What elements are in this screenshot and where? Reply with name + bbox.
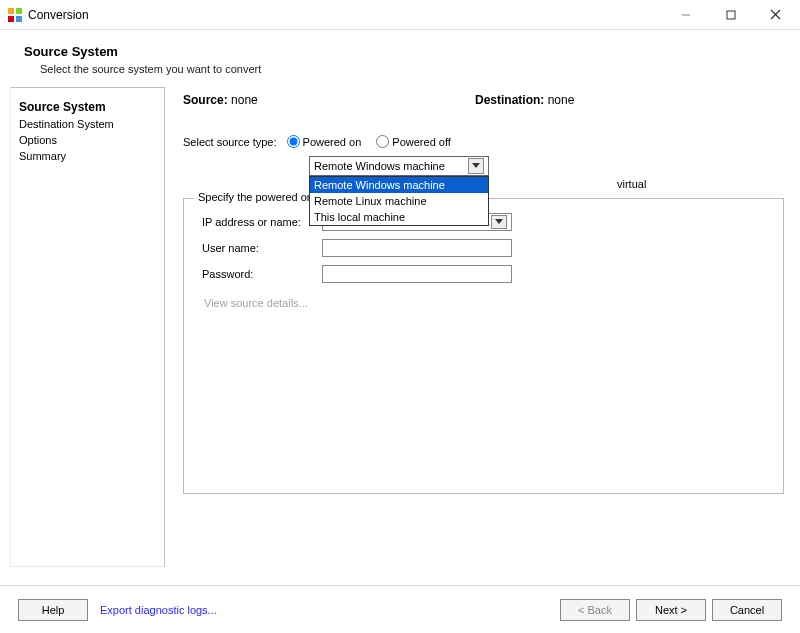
chevron-down-icon: [468, 158, 484, 174]
radio-powered-on[interactable]: [287, 135, 300, 148]
obscured-text: virtual: [617, 178, 646, 190]
source-type-label: Select source type:: [183, 136, 277, 148]
source-type-row: Select source type: Powered on Powered o…: [183, 135, 790, 148]
sidebar-item-source-system[interactable]: Source System: [19, 98, 156, 116]
sidebar-item-options[interactable]: Options: [19, 132, 156, 148]
machine-type-combo-wrap: Remote Windows machine virtual Remote Wi…: [309, 156, 790, 176]
password-input[interactable]: [322, 265, 512, 283]
machine-type-combo[interactable]: Remote Windows machine: [309, 156, 489, 176]
close-button[interactable]: [753, 1, 798, 29]
radio-powered-off-text: Powered off: [392, 136, 451, 148]
help-button[interactable]: Help: [18, 599, 88, 621]
page-subheading: Select the source system you want to con…: [40, 63, 800, 75]
machine-type-dropdown: Remote Windows machine Remote Linux mach…: [309, 176, 489, 226]
cancel-button[interactable]: Cancel: [712, 599, 782, 621]
destination-label: Destination:: [475, 93, 544, 107]
chevron-down-icon: [491, 215, 507, 229]
password-label: Password:: [202, 268, 322, 280]
username-input[interactable]: [322, 239, 512, 257]
source-label: Source:: [183, 93, 228, 107]
view-source-details-link[interactable]: View source details...: [204, 297, 773, 309]
sidebar-item-destination-system[interactable]: Destination System: [19, 116, 156, 132]
radio-powered-on-label[interactable]: Powered on: [287, 136, 362, 148]
ip-label: IP address or name:: [202, 216, 322, 228]
dropdown-option[interactable]: This local machine: [310, 209, 488, 225]
sidebar-item-summary[interactable]: Summary: [19, 148, 156, 164]
next-button[interactable]: Next >: [636, 599, 706, 621]
page-heading: Source System: [24, 44, 800, 59]
main-panel: Source: none Destination: none Select so…: [165, 87, 790, 567]
radio-powered-on-text: Powered on: [303, 136, 362, 148]
app-icon: [8, 8, 22, 22]
machine-type-selected: Remote Windows machine: [314, 160, 445, 172]
export-logs-link[interactable]: Export diagnostic logs...: [100, 604, 217, 616]
username-label: User name:: [202, 242, 322, 254]
dropdown-option[interactable]: Remote Windows machine: [310, 177, 488, 193]
destination-info: Destination: none: [475, 93, 574, 107]
minimize-button[interactable]: [663, 1, 708, 29]
footer: Help Export diagnostic logs... < Back Ne…: [0, 585, 800, 633]
radio-powered-off[interactable]: [376, 135, 389, 148]
window-title: Conversion: [28, 8, 663, 22]
svg-marker-4: [472, 163, 480, 168]
svg-marker-5: [495, 219, 503, 224]
svg-rect-1: [727, 11, 735, 19]
back-button[interactable]: < Back: [560, 599, 630, 621]
dropdown-option[interactable]: Remote Linux machine: [310, 193, 488, 209]
wizard-sidebar: Source System Destination System Options…: [10, 87, 165, 567]
destination-value: none: [548, 93, 575, 107]
radio-powered-off-label[interactable]: Powered off: [376, 136, 451, 148]
source-value: none: [231, 93, 258, 107]
machine-fieldset: Specify the powered on machine IP addres…: [183, 198, 784, 494]
maximize-button[interactable]: [708, 1, 753, 29]
titlebar: Conversion: [0, 0, 800, 30]
page-header: Source System Select the source system y…: [0, 30, 800, 87]
